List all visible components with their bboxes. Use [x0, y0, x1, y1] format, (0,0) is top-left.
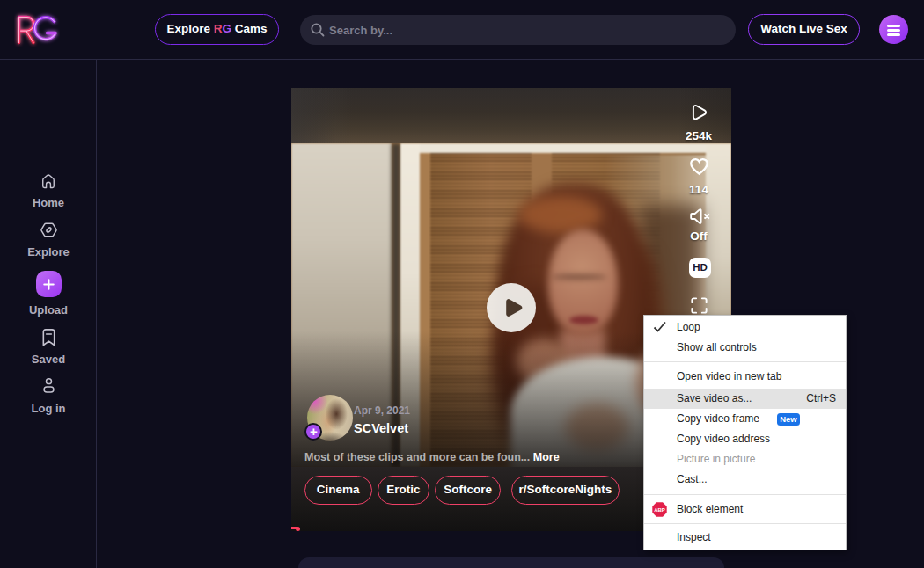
- svg-text:ABP: ABP: [654, 507, 665, 513]
